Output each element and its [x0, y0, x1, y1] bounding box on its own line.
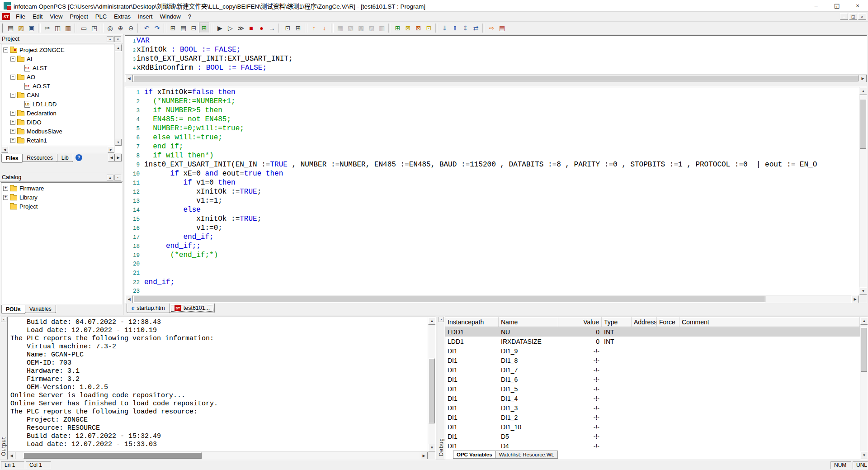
print-preview-icon[interactable]: ◳: [89, 23, 99, 33]
download-to-plc-icon[interactable]: ⇓: [439, 23, 450, 33]
project-tree-item-ai-st[interactable]: STAI.ST: [1, 63, 114, 72]
code-line[interactable]: 5 NUMBER:=0;will:=true;: [125, 124, 859, 133]
project-tree-item-dido[interactable]: +DIDO: [1, 118, 114, 127]
collapse-icon[interactable]: −: [3, 47, 8, 52]
online-offline-toggle-icon[interactable]: ⇄: [471, 23, 481, 33]
collapse-icon[interactable]: −: [10, 75, 15, 80]
project-panel-pin-button[interactable]: ▴: [107, 36, 113, 42]
scroll-down-icon[interactable]: ▼: [115, 139, 122, 146]
cut-icon[interactable]: ✂: [42, 23, 52, 33]
project-tree-item-project-zongce[interactable]: −Project ZONGCE: [1, 45, 114, 54]
menu-item-insert[interactable]: Insert: [134, 12, 156, 21]
print-icon[interactable]: ▭: [79, 23, 89, 33]
stop-program-icon[interactable]: ■: [246, 23, 256, 33]
update-values-icon[interactable]: ⊡: [424, 23, 434, 33]
zoom-out-icon[interactable]: ⊖: [126, 23, 136, 33]
tab-scroll-left-icon[interactable]: ◀: [108, 154, 115, 161]
expand-icon[interactable]: +: [3, 195, 8, 200]
move-down-icon[interactable]: ↓: [319, 23, 330, 33]
project-panel-close-button[interactable]: ×: [114, 36, 121, 42]
code-line[interactable]: 20: [125, 260, 859, 269]
grid-view-icon[interactable]: ⊟: [189, 23, 199, 33]
scrollbar-thumb[interactable]: [860, 99, 866, 149]
tab-pous[interactable]: POUs: [1, 305, 25, 314]
start-program-icon[interactable]: ▶: [215, 23, 225, 33]
code-editor-horizontal-scrollbar[interactable]: ◀ ▶: [125, 295, 859, 303]
zoom-in-icon[interactable]: ⊕: [115, 23, 126, 33]
column-header-comment[interactable]: Comment: [679, 317, 860, 327]
upload-from-plc-icon[interactable]: ⇑: [450, 23, 460, 33]
column-header-address[interactable]: Address: [632, 317, 657, 327]
column-header-instancepath[interactable]: Instancepath: [445, 317, 499, 327]
close-button[interactable]: ×: [847, 0, 868, 11]
catalog-tree-item-project[interactable]: Project: [1, 202, 121, 211]
step-over-icon[interactable]: ▷: [225, 23, 236, 33]
compare-project-icon[interactable]: ⇕: [460, 23, 471, 33]
catalog-tree-item-library[interactable]: +Library: [1, 193, 121, 202]
toolbar-grip[interactable]: [2, 24, 4, 33]
scrollbar-thumb[interactable]: [861, 328, 867, 372]
scroll-up-icon[interactable]: ▲: [115, 44, 122, 51]
editor-splitter[interactable]: [124, 82, 868, 87]
paste-icon[interactable]: ▥: [63, 23, 73, 33]
variable-row[interactable]: DI1DI1_9-!-: [445, 346, 860, 356]
scroll-left-icon[interactable]: ◀: [8, 452, 15, 460]
open-file-icon[interactable]: ▨: [16, 23, 26, 33]
code-line[interactable]: 17 end_if;: [125, 233, 859, 242]
debug-vertical-scrollbar[interactable]: ▲ ▼: [860, 317, 868, 459]
declaration-editor-icon[interactable]: ⊞: [168, 23, 178, 33]
tab-variables[interactable]: Variables: [25, 305, 56, 313]
menu-item-window[interactable]: Window: [156, 12, 184, 21]
expand-icon[interactable]: +: [3, 186, 8, 191]
column-header-force[interactable]: Force: [657, 317, 679, 327]
help-icon[interactable]: ?: [75, 154, 82, 161]
expand-icon[interactable]: +: [10, 111, 15, 116]
debug-tab-opc-variables[interactable]: OPC Variables: [453, 451, 496, 459]
column-header-type[interactable]: Type: [602, 317, 632, 327]
project-tree-item-modbusslave[interactable]: +ModbusSlave: [1, 127, 114, 136]
variable-row[interactable]: DI1DI1_8-!-: [445, 356, 860, 365]
project-tree-item-can[interactable]: −CAN: [1, 90, 114, 100]
redo-icon[interactable]: ↷: [152, 23, 162, 33]
collapse-icon[interactable]: −: [10, 93, 15, 98]
code-line[interactable]: 18 end_if;;: [125, 242, 859, 251]
scroll-up-icon[interactable]: ▲: [859, 87, 867, 95]
document-tab-startup-htm[interactable]: estartup.htm: [127, 304, 170, 313]
project-tree-horizontal-scrollbar[interactable]: ◀ ▶: [1, 146, 114, 153]
catalog-panel-close-button[interactable]: ×: [114, 175, 121, 180]
expand-icon[interactable]: +: [10, 120, 15, 125]
tab-files[interactable]: Files: [1, 154, 23, 163]
output-vertical-scrollbar[interactable]: ▲ ▼: [428, 317, 435, 451]
output-horizontal-scrollbar[interactable]: ◀ ▶: [8, 451, 428, 459]
expand-icon[interactable]: +: [10, 138, 15, 143]
find-icon[interactable]: ◎: [105, 23, 115, 33]
debug-tab-watchlist-resource-wl[interactable]: Watchlist: Resource.WL: [495, 451, 558, 459]
code-line[interactable]: 1VAR: [129, 36, 866, 45]
variable-row[interactable]: DI1DI1_10-!-: [445, 422, 860, 432]
variable-row[interactable]: DI1DI1_5-!-: [445, 384, 860, 394]
project-tree-vertical-scrollbar[interactable]: ▲ ▼: [114, 44, 122, 146]
scroll-right-icon[interactable]: ▶: [851, 295, 859, 303]
code-view-icon[interactable]: ▤: [178, 23, 189, 33]
output-log[interactable]: Build date: 04.07.2022 - 12:38.43 Load d…: [7, 317, 436, 460]
variable-row[interactable]: DI1DI1_7-!-: [445, 365, 860, 375]
document-tab-test6101[interactable]: STtest6101...: [170, 304, 215, 313]
scroll-left-icon[interactable]: ◀: [125, 295, 133, 303]
code-line[interactable]: 21: [125, 269, 859, 278]
browse-online-help-icon[interactable]: ⇨: [486, 23, 497, 33]
menu-item-file[interactable]: File: [12, 12, 29, 21]
menu-item-view[interactable]: View: [46, 12, 66, 21]
variable-row[interactable]: DI1DI1_3-!-: [445, 403, 860, 413]
new-file-icon[interactable]: ▤: [5, 23, 16, 33]
column-header-name[interactable]: Name: [499, 317, 558, 327]
code-line[interactable]: 6 else will:=true;: [125, 133, 859, 142]
move-up-icon[interactable]: ↑: [309, 23, 319, 33]
tab-lib[interactable]: Lib: [57, 154, 73, 162]
copy-icon[interactable]: ◫: [52, 23, 63, 33]
step-into-icon[interactable]: ≫: [236, 23, 246, 33]
variable-declaration-editor[interactable]: 1VAR2xInitOk : BOOL := FALSE;3inst0_EXT_…: [125, 35, 867, 82]
scroll-left-icon[interactable]: ◀: [125, 75, 133, 82]
scroll-down-icon[interactable]: ▼: [860, 451, 868, 459]
code-line[interactable]: 11 if v1=0 then: [125, 178, 859, 187]
code-line[interactable]: 22end_if;: [125, 278, 859, 287]
